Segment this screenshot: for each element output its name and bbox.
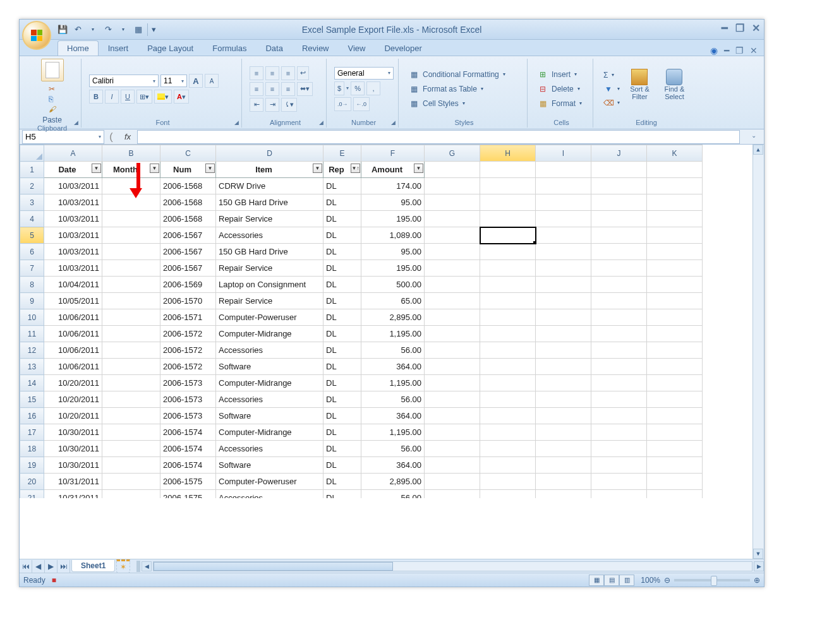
grow-font-button[interactable]: A [189, 74, 203, 88]
cell-I14[interactable] [536, 375, 591, 391]
save-icon[interactable]: 💾 [56, 23, 69, 36]
cell-I6[interactable] [536, 244, 591, 260]
cell-F16[interactable]: 364.00 [361, 408, 425, 424]
cell-A8[interactable]: 10/04/2011 [44, 277, 102, 293]
cell-J16[interactable] [591, 408, 647, 424]
cell-F7[interactable]: 195.00 [361, 260, 425, 277]
cell-C16[interactable]: 2006-1573 [160, 408, 216, 424]
cell-A11[interactable]: 10/06/2011 [44, 326, 102, 342]
cell-A2[interactable]: 10/03/2011 [44, 178, 102, 194]
cell-K10[interactable] [647, 309, 703, 326]
cell-E14[interactable]: DL [323, 375, 361, 391]
scroll-right-icon[interactable]: ▶ [754, 561, 764, 571]
cell-H2[interactable] [480, 178, 536, 194]
italic-button[interactable]: I [105, 90, 119, 104]
ribbon-tab-developer[interactable]: Developer [375, 40, 431, 56]
insert-button[interactable]: ⊞Insert ▾ [535, 68, 588, 81]
cell-H19[interactable] [480, 457, 536, 474]
cell-B8[interactable] [102, 277, 160, 293]
cell-K1[interactable] [647, 162, 703, 178]
cell-D5[interactable]: Accessories [216, 227, 323, 244]
cell-F19[interactable]: 364.00 [361, 457, 425, 474]
cell-B5[interactable] [102, 227, 160, 244]
underline-button[interactable]: U [121, 90, 135, 104]
qat-customize-icon[interactable]: ▾ [147, 23, 160, 36]
cell-E16[interactable]: DL [323, 408, 361, 424]
cell-H6[interactable] [480, 244, 536, 260]
clipboard-launcher-icon[interactable]: ◢ [72, 119, 80, 126]
cell-D18[interactable]: Accessories [216, 441, 323, 457]
ribbon-tab-insert[interactable]: Insert [99, 40, 138, 56]
sheet-next-icon[interactable]: ▶ [45, 560, 57, 573]
cell-A4[interactable]: 10/03/2011 [44, 211, 102, 227]
cell-E12[interactable]: DL [323, 342, 361, 359]
cell-E18[interactable]: DL [323, 441, 361, 457]
sheet-prev-icon[interactable]: ◀ [32, 560, 45, 573]
cell-K4[interactable] [647, 211, 703, 227]
cell-H17[interactable] [480, 424, 536, 441]
cell-C20[interactable]: 2006-1575 [160, 474, 216, 490]
cell-C19[interactable]: 2006-1574 [160, 457, 216, 474]
cell-D3[interactable]: 150 GB Hard Drive [216, 194, 323, 211]
cell-J9[interactable] [591, 293, 647, 309]
comma-button[interactable]: , [366, 81, 380, 95]
filter-button[interactable]: ▼ [92, 164, 101, 173]
row-header-5[interactable]: 5 [20, 227, 44, 244]
cell-J20[interactable] [591, 474, 647, 490]
cell-I15[interactable] [536, 391, 591, 408]
currency-button[interactable]: $ [334, 81, 344, 95]
cell-A18[interactable]: 10/30/2011 [44, 441, 102, 457]
align-top-button[interactable]: ≡ [250, 66, 263, 80]
win-minimize-icon[interactable]: ━ [724, 45, 729, 56]
cell-B2[interactable] [102, 178, 160, 194]
cell-K8[interactable] [647, 277, 703, 293]
undo-icon[interactable]: ↶ [71, 23, 84, 36]
cell-K16[interactable] [647, 408, 703, 424]
filter-header-month[interactable]: Month▼ [102, 162, 160, 178]
cell-F3[interactable]: 95.00 [361, 194, 425, 211]
cell-F6[interactable]: 95.00 [361, 244, 425, 260]
align-center-button[interactable]: ≡ [265, 82, 279, 96]
cell-G1[interactable] [425, 162, 480, 178]
row-header-15[interactable]: 15 [20, 391, 44, 408]
cell-K11[interactable] [647, 326, 703, 342]
cell-D7[interactable]: Repair Service [216, 260, 323, 277]
cell-I7[interactable] [536, 260, 591, 277]
cell-C7[interactable]: 2006-1567 [160, 260, 216, 277]
cell-I18[interactable] [536, 441, 591, 457]
align-bottom-button[interactable]: ≡ [281, 66, 295, 80]
cell-C2[interactable]: 2006-1568 [160, 178, 216, 194]
cell-G6[interactable] [425, 244, 480, 260]
shrink-font-button[interactable]: A [205, 74, 219, 88]
row-header-19[interactable]: 19 [20, 457, 44, 474]
align-right-button[interactable]: ≡ [281, 82, 295, 96]
cell-H11[interactable] [480, 326, 536, 342]
cell-D21[interactable]: Accessories [216, 490, 323, 499]
cell-E7[interactable]: DL [323, 260, 361, 277]
ribbon-tab-formulas[interactable]: Formulas [203, 40, 256, 56]
cell-D11[interactable]: Computer-Midrange [216, 326, 323, 342]
filter-button[interactable]: ▼ [205, 164, 215, 173]
row-header-13[interactable]: 13 [20, 359, 44, 375]
copy-icon[interactable]: ⎘ [49, 95, 56, 104]
ribbon-tab-page-layout[interactable]: Page Layout [138, 40, 203, 56]
cell-A7[interactable]: 10/03/2011 [44, 260, 102, 277]
bold-button[interactable]: B [89, 90, 103, 104]
cell-E13[interactable]: DL [323, 359, 361, 375]
redo-dd-icon[interactable]: ▾ [117, 23, 130, 36]
cell-D19[interactable]: Software [216, 457, 323, 474]
cell-F11[interactable]: 1,195.00 [361, 326, 425, 342]
fx-icon[interactable]: fx [124, 132, 131, 141]
undo-dd-icon[interactable]: ▾ [87, 23, 99, 36]
cell-D2[interactable]: CDRW Drive [216, 178, 323, 194]
ribbon-tab-home[interactable]: Home [57, 40, 99, 56]
cell-G7[interactable] [425, 260, 480, 277]
cell-F12[interactable]: 56.00 [361, 342, 425, 359]
cell-C10[interactable]: 2006-1571 [160, 309, 216, 326]
cell-K13[interactable] [647, 359, 703, 375]
cell-E9[interactable]: DL [323, 293, 361, 309]
cell-K20[interactable] [647, 474, 703, 490]
cell-F13[interactable]: 364.00 [361, 359, 425, 375]
indent-dec-button[interactable]: ⇤ [250, 98, 263, 112]
filter-header-item[interactable]: Item▼ [216, 162, 323, 178]
